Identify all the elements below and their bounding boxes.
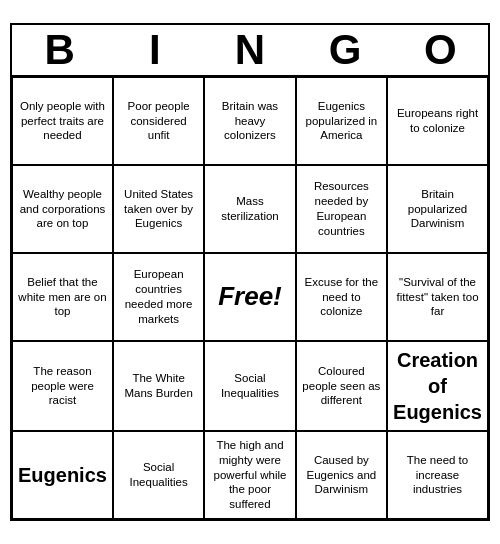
bingo-cell-13[interactable]: Excuse for the need to colonize <box>296 253 387 341</box>
bingo-cell-1[interactable]: Poor people considered unfit <box>113 77 204 165</box>
bingo-cell-4[interactable]: Europeans right to colonize <box>387 77 488 165</box>
bingo-cell-7[interactable]: Mass sterilization <box>204 165 295 253</box>
bingo-letter-g: G <box>301 29 389 71</box>
bingo-cell-10[interactable]: Belief that the white men are on top <box>12 253 113 341</box>
bingo-cell-23[interactable]: Caused by Eugenics and Darwinism <box>296 431 387 519</box>
bingo-cell-18[interactable]: Coloured people seen as different <box>296 341 387 431</box>
bingo-cell-14[interactable]: "Survival of the fittest" taken too far <box>387 253 488 341</box>
bingo-cell-22[interactable]: The high and mighty were powerful while … <box>204 431 295 519</box>
bingo-cell-17[interactable]: Social Inequalities <box>204 341 295 431</box>
bingo-cell-19[interactable]: Creation of Eugenics <box>387 341 488 431</box>
bingo-card: BINGO Only people with perfect traits ar… <box>10 23 490 521</box>
bingo-header: BINGO <box>12 25 488 77</box>
bingo-cell-21[interactable]: Social Inequalities <box>113 431 204 519</box>
free-cell[interactable]: Free! <box>204 253 295 341</box>
bingo-cell-8[interactable]: Resources needed by European countries <box>296 165 387 253</box>
bingo-grid: Only people with perfect traits are need… <box>12 77 488 519</box>
bingo-cell-6[interactable]: United States taken over by Eugenics <box>113 165 204 253</box>
bingo-cell-11[interactable]: European countries needed more markets <box>113 253 204 341</box>
bingo-letter-n: N <box>206 29 294 71</box>
bingo-letter-i: I <box>111 29 199 71</box>
bingo-cell-2[interactable]: Britain was heavy colonizers <box>204 77 295 165</box>
bingo-cell-5[interactable]: Wealthy people and corporations are on t… <box>12 165 113 253</box>
bingo-letter-o: O <box>396 29 484 71</box>
bingo-cell-15[interactable]: The reason people were racist <box>12 341 113 431</box>
bingo-cell-20[interactable]: Eugenics <box>12 431 113 519</box>
bingo-cell-9[interactable]: Britain popularized Darwinism <box>387 165 488 253</box>
bingo-cell-3[interactable]: Eugenics popularized in America <box>296 77 387 165</box>
bingo-cell-0[interactable]: Only people with perfect traits are need… <box>12 77 113 165</box>
bingo-cell-24[interactable]: The need to increase industries <box>387 431 488 519</box>
bingo-cell-16[interactable]: The White Mans Burden <box>113 341 204 431</box>
bingo-letter-b: B <box>16 29 104 71</box>
